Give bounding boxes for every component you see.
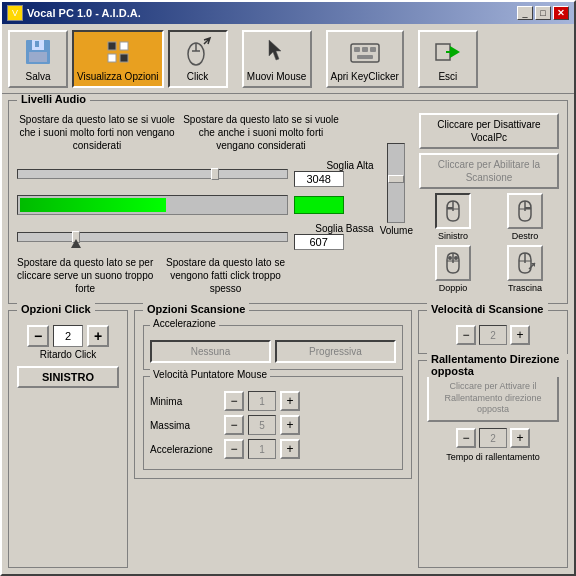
massima-row: Massima − 5 + <box>150 415 396 435</box>
ritardo-label: Ritardo Click <box>17 349 119 360</box>
opzioni-col: Opzioni Scansione Accelerazione Nessuna … <box>134 310 412 568</box>
trascina-label: Trascina <box>508 283 542 293</box>
vu-meter-row <box>17 195 374 215</box>
svg-point-26 <box>448 256 452 260</box>
massima-value: 5 <box>248 415 276 435</box>
sinistro-mouse-button[interactable]: Sinistro <box>419 193 487 241</box>
app-icon: V <box>7 5 23 21</box>
svg-rect-4 <box>108 42 116 50</box>
minimize-button[interactable]: _ <box>517 6 533 20</box>
accelerazione-group: Accelerazione Nessuna Progressiva <box>143 325 403 370</box>
destro-mouse-button[interactable]: Destro <box>491 193 559 241</box>
accelerazione-val-label: Accelerazione <box>150 444 220 455</box>
velocita-puntatore-label: Velocità Puntatore Mouse <box>150 369 270 380</box>
maximize-button[interactable]: □ <box>535 6 551 20</box>
minima-minus-button[interactable]: − <box>224 391 244 411</box>
abilita-scansione-button[interactable]: Cliccare per Abilitare la Scansione <box>419 153 559 189</box>
toolbar-esci-button[interactable]: Esci <box>418 30 478 88</box>
toolbar-visualizza-label: Visualizza Opzioni <box>77 71 159 82</box>
trascina-mouse-icon <box>507 245 543 281</box>
main-content: Livelli Audio Spostare da questo lato se… <box>2 94 574 574</box>
trascina-mouse-button[interactable]: Trascina <box>491 245 559 293</box>
doppio-mouse-button[interactable]: Doppio <box>419 245 487 293</box>
rall-minus-button[interactable]: − <box>456 428 476 448</box>
toolbar-visualizza-button[interactable]: Visualizza Opzioni <box>72 30 164 88</box>
velocita-scansione-title: Velocità di Scansione <box>427 303 548 315</box>
volume-slider[interactable] <box>387 143 405 223</box>
mouse-move-icon <box>261 36 293 68</box>
soglia-bassa-label: Soglia Bassa <box>294 223 374 234</box>
toolbar-click-label: Click <box>187 71 209 82</box>
opzioni-click-group: Opzioni Click − 2 + Ritardo Click SINIST… <box>8 310 128 568</box>
velocita-value: 2 <box>479 325 507 345</box>
accel-buttons: Nessuna Progressiva <box>150 340 396 363</box>
soglia-bassa-value: 607 <box>294 234 344 250</box>
ritardo-counter-row: − 2 + <box>17 325 119 347</box>
main-window: V Vocal PC 1.0 - A.I.D.A. _ □ ✕ Salva <box>0 0 576 576</box>
opzioni-scansione-title: Opzioni Scansione <box>143 303 249 315</box>
destro-label: Destro <box>512 231 539 241</box>
velocita-minus-button[interactable]: − <box>456 325 476 345</box>
svg-rect-2 <box>29 52 47 62</box>
toolbar-salva-button[interactable]: Salva <box>8 30 68 88</box>
hint-top-left: Spostare da questo lato se si vuole che … <box>17 113 177 152</box>
livelli-audio-title: Livelli Audio <box>17 94 90 105</box>
svg-rect-15 <box>370 47 376 52</box>
hint-top-right: Spostare da questo lato se si vuole che … <box>181 113 341 152</box>
title-bar: V Vocal PC 1.0 - A.I.D.A. _ □ ✕ <box>2 2 574 24</box>
svg-rect-16 <box>357 55 373 59</box>
volume-label: Volume <box>380 225 413 236</box>
velocita-plus-button[interactable]: + <box>510 325 530 345</box>
svg-rect-3 <box>35 41 39 47</box>
livelli-audio-content: Spostare da questo lato se si vuole che … <box>9 101 567 303</box>
accel-minus-button[interactable]: − <box>224 439 244 459</box>
svg-rect-6 <box>108 54 116 62</box>
progressiva-button[interactable]: Progressiva <box>275 340 396 363</box>
soglia-alta-value: 3048 <box>294 171 344 187</box>
save-icon <box>22 36 54 68</box>
ritardo-minus-button[interactable]: − <box>27 325 49 347</box>
doppio-mouse-icon <box>435 245 471 281</box>
destro-mouse-icon <box>507 193 543 229</box>
massima-plus-button[interactable]: + <box>280 415 300 435</box>
bottom-panels: Opzioni Click − 2 + Ritardo Click SINIST… <box>8 310 568 568</box>
massima-minus-button[interactable]: − <box>224 415 244 435</box>
opzioni-click-title: Opzioni Click <box>17 303 95 315</box>
velocita-counter-row: − 2 + <box>427 325 559 345</box>
ritardo-plus-button[interactable]: + <box>87 325 109 347</box>
right-col: Velocità di Scansione − 2 + Rallentament… <box>418 310 568 568</box>
disattiva-button[interactable]: Cliccare per Disattivare VocalPc <box>419 113 559 149</box>
rall-value: 2 <box>479 428 507 448</box>
accel-plus-button[interactable]: + <box>280 439 300 459</box>
rallentamento-counter-row: − 2 + <box>427 428 559 448</box>
soglia-alta-label: Soglia Alta <box>294 160 374 171</box>
velocita-scansione-group: Velocità di Scansione − 2 + <box>418 310 568 354</box>
svg-rect-5 <box>120 42 128 50</box>
velocita-puntatore-group: Velocità Puntatore Mouse Minima − 1 + Ma… <box>143 376 403 470</box>
hint-bottom-right: Spostare da questo lato se vengono fatti… <box>157 256 293 295</box>
rall-plus-button[interactable]: + <box>510 428 530 448</box>
tipo-click-button[interactable]: SINISTRO <box>17 366 119 388</box>
toolbar-keyclicker-label: Apri KeyClicker <box>331 71 399 82</box>
svg-marker-11 <box>269 40 281 60</box>
rallentamento-title: Rallentamento Direzione opposta <box>427 353 567 377</box>
massima-label: Massima <box>150 420 220 431</box>
soglia-alta-label-area: Soglia Alta 3048 <box>294 160 374 187</box>
opzioni-scansione-group: Opzioni Scansione Accelerazione Nessuna … <box>134 310 412 479</box>
options-icon <box>102 36 134 68</box>
close-button[interactable]: ✕ <box>553 6 569 20</box>
toolbar-muovi-button[interactable]: Muovi Mouse <box>242 30 312 88</box>
tempo-rallentamento-label: Tempo di rallentamento <box>427 452 559 462</box>
toolbar-esci-label: Esci <box>438 71 457 82</box>
accelerazione-val-row: Accelerazione − 1 + <box>150 439 396 459</box>
rallentamento-button[interactable]: Cliccare per Attivare il Rallentamento d… <box>427 375 559 422</box>
toolbar-muovi-label: Muovi Mouse <box>247 71 306 82</box>
soglia-alta-row: Soglia Alta 3048 <box>17 160 374 187</box>
nessuna-button[interactable]: Nessuna <box>150 340 271 363</box>
minima-plus-button[interactable]: + <box>280 391 300 411</box>
toolbar-click-button[interactable]: Click <box>168 30 228 88</box>
toolbar: Salva Visualizza Opzioni <box>2 24 574 94</box>
toolbar-keyclicker-button[interactable]: Apri KeyClicker <box>326 30 404 88</box>
svg-rect-13 <box>354 47 360 52</box>
svg-point-27 <box>454 256 458 260</box>
